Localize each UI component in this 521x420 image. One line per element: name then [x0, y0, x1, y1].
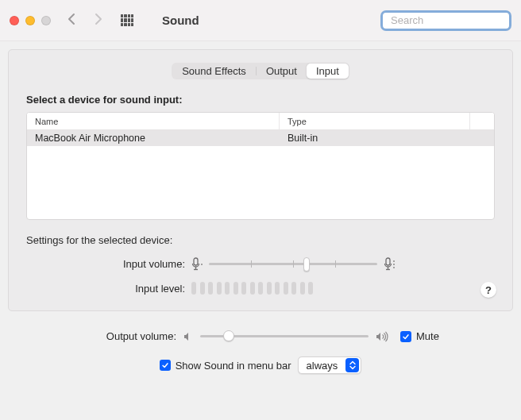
col-header-type[interactable]: Type: [280, 113, 470, 129]
svg-rect-2: [194, 258, 198, 265]
input-volume-slider[interactable]: [209, 263, 377, 265]
minimize-window-button[interactable]: [25, 16, 35, 25]
tab-output[interactable]: Output: [257, 64, 307, 79]
input-level-label: Input level:: [26, 283, 191, 295]
select-stepper-icon: [345, 358, 359, 372]
mute-checkbox[interactable]: [400, 331, 411, 342]
tab-input[interactable]: Input: [307, 64, 349, 79]
sound-tabs: Sound Effects Output Input: [172, 63, 349, 79]
zoom-window-button: [41, 16, 51, 25]
output-volume-slider[interactable]: [200, 335, 369, 337]
device-type-cell: Built-in: [280, 133, 494, 144]
nav-controls: [67, 13, 133, 28]
input-device-table: Name Type MacBook Air Microphone Built-i…: [26, 112, 495, 220]
window-title: Sound: [162, 13, 199, 27]
footer-controls: Output volume: Mute Show Sound in menu b…: [0, 330, 521, 374]
show-all-prefs-button[interactable]: [121, 14, 133, 27]
microphone-high-icon: [384, 257, 395, 271]
mute-checkbox-container[interactable]: Mute: [400, 330, 439, 342]
menu-bar-mode-select[interactable]: always: [298, 356, 362, 374]
input-device-heading: Select a device for sound input:: [26, 94, 495, 106]
menu-bar-checkbox-container[interactable]: Show Sound in menu bar: [160, 360, 291, 372]
menu-bar-checkbox[interactable]: [160, 360, 171, 371]
input-volume-slider-container: [191, 257, 395, 271]
mute-label: Mute: [416, 330, 439, 342]
svg-rect-5: [386, 258, 390, 265]
speaker-high-icon: [375, 331, 391, 342]
back-button[interactable]: [67, 13, 76, 28]
col-header-name[interactable]: Name: [27, 113, 280, 129]
microphone-low-icon: [191, 257, 203, 271]
traffic-lights: [10, 16, 51, 25]
search-input[interactable]: [391, 14, 521, 26]
close-window-button[interactable]: [10, 16, 19, 25]
window-toolbar: Sound: [0, 0, 521, 41]
help-button[interactable]: ?: [480, 282, 496, 298]
menu-bar-mode-value: always: [299, 360, 346, 372]
search-field-container[interactable]: [380, 10, 511, 31]
selected-device-settings-heading: Settings for the selected device:: [26, 234, 495, 246]
input-volume-label: Input volume:: [26, 258, 191, 270]
input-level-meter: [191, 282, 313, 295]
output-volume-label: Output volume:: [17, 330, 183, 342]
speaker-low-icon: [183, 331, 194, 342]
tab-sound-effects[interactable]: Sound Effects: [172, 64, 256, 79]
forward-button[interactable]: [94, 13, 103, 28]
table-row[interactable]: MacBook Air Microphone Built-in: [27, 130, 494, 146]
sound-prefs-panel: Sound Effects Output Input Select a devi…: [8, 49, 513, 311]
device-name-cell: MacBook Air Microphone: [27, 133, 280, 144]
menu-bar-label: Show Sound in menu bar: [176, 360, 291, 372]
